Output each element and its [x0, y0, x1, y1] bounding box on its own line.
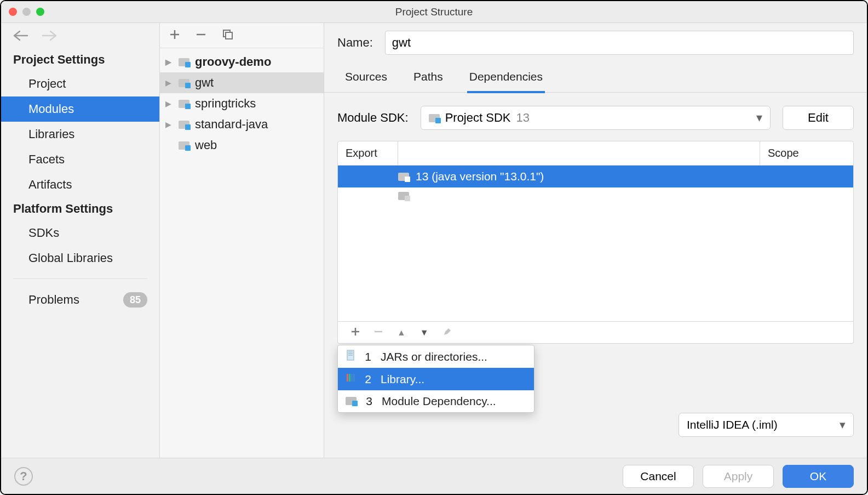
module-folder-icon	[179, 79, 189, 87]
chevron-down-icon: ▾	[840, 418, 846, 431]
move-up-button[interactable]: ▲	[397, 328, 406, 338]
expander-icon[interactable]: ▶	[163, 78, 173, 87]
popup-item-label: Library...	[381, 373, 424, 386]
module-tree-item[interactable]: ▶groovy-demo	[160, 52, 324, 72]
module-folder-icon	[179, 121, 189, 129]
module-sdk-dropdown[interactable]: Project SDK 13 ▾	[421, 106, 771, 130]
popup-item-number: 1	[363, 350, 373, 363]
column-export[interactable]: Export	[338, 141, 398, 165]
dependency-row[interactable]: 13 (java version "13.0.1")	[338, 166, 853, 187]
column-scope[interactable]: Scope	[760, 141, 853, 165]
move-down-button[interactable]: ▼	[420, 328, 429, 338]
module-name-label: standard-java	[195, 117, 268, 132]
modules-panel: ▶groovy-demo▶gwt▶springtricks▶standard-j…	[160, 23, 324, 458]
module-folder-icon	[179, 100, 189, 108]
expander-icon[interactable]: ▶	[163, 99, 173, 108]
add-module-button[interactable]	[170, 30, 180, 42]
dependency-icon	[398, 173, 409, 181]
expander-icon[interactable]: ▶	[163, 120, 173, 129]
sidebar-item-sdks[interactable]: SDKs	[1, 220, 159, 246]
svg-rect-4	[349, 374, 350, 382]
settings-sidebar: Project Settings Project Modules Librari…	[1, 23, 160, 458]
popup-item-icon	[346, 372, 355, 386]
copy-module-button[interactable]	[222, 29, 233, 42]
expander-icon[interactable]: ▶	[163, 58, 173, 66]
add-dependency-popup: 1JARs or directories...2Library...3Modul…	[337, 345, 534, 413]
nav-forward-button[interactable]	[42, 30, 57, 41]
sidebar-item-modules[interactable]: Modules	[1, 96, 159, 122]
popup-item-number: 2	[363, 373, 373, 386]
module-name-label: gwt	[195, 76, 214, 90]
module-folder-icon	[179, 58, 189, 66]
storage-format-dropdown[interactable]: IntelliJ IDEA (.iml) ▾	[679, 413, 854, 437]
module-name-input[interactable]	[385, 31, 854, 55]
module-name-label: springtricks	[195, 96, 256, 111]
divider	[13, 278, 147, 279]
section-project-settings: Project Settings	[1, 48, 159, 71]
dependency-row[interactable]	[338, 187, 853, 204]
ok-button[interactable]: OK	[783, 465, 854, 488]
column-name[interactable]	[398, 141, 760, 165]
sidebar-item-project[interactable]: Project	[1, 71, 159, 96]
dependency-icon	[398, 192, 409, 200]
popup-item-number: 3	[364, 395, 374, 408]
name-label: Name:	[337, 36, 373, 50]
popup-item-label: JARs or directories...	[381, 350, 487, 363]
module-tree-item[interactable]: ▶springtricks	[160, 93, 324, 114]
popup-item-icon	[346, 350, 355, 363]
window-title: Project Structure	[395, 6, 473, 18]
popup-item-icon	[346, 395, 357, 408]
edit-sdk-button[interactable]: Edit	[783, 106, 854, 130]
tab-dependencies[interactable]: Dependencies	[467, 65, 545, 93]
module-editor: Name: SourcesPathsDependencies Module SD…	[324, 23, 867, 458]
tab-sources[interactable]: Sources	[343, 65, 389, 92]
remove-module-button[interactable]	[196, 30, 206, 42]
minimize-window-button[interactable]	[22, 8, 31, 16]
titlebar: Project Structure	[1, 1, 867, 23]
chevron-down-icon: ▾	[756, 111, 762, 125]
edit-dependency-button[interactable]	[443, 327, 452, 338]
window-controls	[9, 8, 44, 16]
dependency-label: 13 (java version "13.0.1")	[416, 170, 544, 183]
sidebar-item-artifacts[interactable]: Artifacts	[1, 172, 159, 197]
module-name-label: groovy-demo	[195, 55, 271, 69]
help-button[interactable]: ?	[14, 467, 33, 486]
nav-back-button[interactable]	[13, 30, 28, 41]
cancel-button[interactable]: Cancel	[623, 465, 694, 488]
svg-rect-5	[351, 374, 353, 382]
module-tree-item[interactable]: ▶gwt	[160, 72, 324, 93]
module-tree-item[interactable]: web	[160, 135, 324, 156]
maximize-window-button[interactable]	[36, 8, 44, 16]
module-name-label: web	[195, 138, 217, 152]
svg-rect-3	[347, 374, 348, 382]
add-dependency-button[interactable]	[351, 327, 360, 338]
module-tree-item[interactable]: ▶standard-java	[160, 114, 324, 135]
sidebar-item-problems[interactable]: Problems 85	[1, 287, 159, 313]
sidebar-item-facets[interactable]: Facets	[1, 147, 159, 172]
sdk-folder-icon	[429, 114, 440, 122]
sidebar-item-libraries[interactable]: Libraries	[1, 122, 159, 147]
dependencies-table: Export Scope 13 (java version "13.0.1")	[337, 141, 854, 322]
close-window-button[interactable]	[9, 8, 17, 16]
module-folder-icon	[179, 141, 189, 150]
popup-item[interactable]: 2Library...	[338, 368, 534, 390]
sidebar-item-global-libraries[interactable]: Global Libraries	[1, 246, 159, 271]
popup-item[interactable]: 1JARs or directories...	[338, 345, 534, 368]
popup-item-label: Module Dependency...	[382, 395, 496, 408]
section-platform-settings: Platform Settings	[1, 197, 159, 220]
module-sdk-label: Module SDK:	[337, 111, 409, 125]
apply-button[interactable]: Apply	[703, 465, 774, 488]
remove-dependency-button[interactable]	[374, 327, 383, 338]
dialog-footer: ? Cancel Apply OK	[1, 458, 867, 494]
problems-count-badge: 85	[123, 292, 147, 308]
svg-rect-6	[353, 374, 355, 382]
svg-rect-1	[226, 32, 232, 39]
popup-item[interactable]: 3Module Dependency...	[338, 390, 534, 412]
tab-paths[interactable]: Paths	[411, 65, 445, 92]
